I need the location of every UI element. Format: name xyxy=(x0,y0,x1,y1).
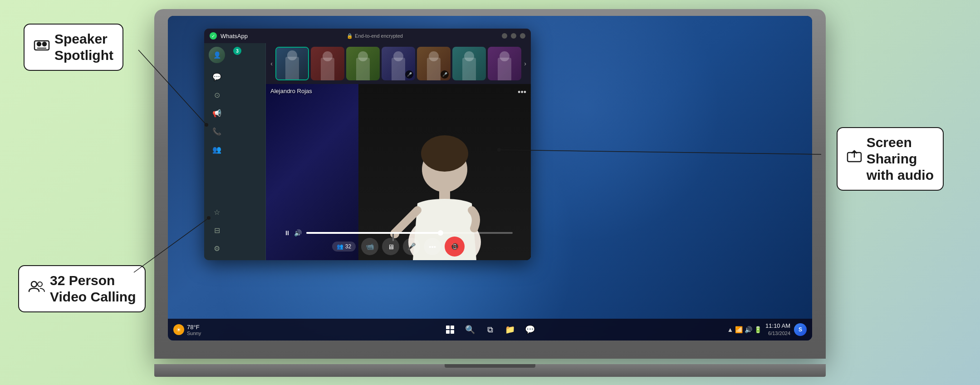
participant-count-badge[interactable]: 👥 32 xyxy=(332,242,356,252)
participant-thumb-7[interactable] xyxy=(488,47,521,80)
video-options-button[interactable]: ••• xyxy=(518,88,526,97)
svg-point-3 xyxy=(421,135,468,172)
laptop-device: ✓ WhatsApp 🔒 End-to-end encrypted — □ × xyxy=(154,9,826,377)
screen-sharing-icon xyxy=(847,149,862,168)
task-view-button[interactable]: ⧉ xyxy=(482,321,498,338)
main-video-view: Alejandro Rojas ••• ⏸ 🔊 xyxy=(266,84,531,260)
participant-thumb-1[interactable] xyxy=(275,47,309,80)
svg-rect-7 xyxy=(451,326,454,329)
lock-icon: 🔒 xyxy=(347,33,353,39)
screen-sharing-label: ScreenSharingwith audio xyxy=(867,134,934,183)
clock-date: 6/13/2024 xyxy=(765,330,790,336)
screen-sharing-annotation: ScreenSharingwith audio xyxy=(837,127,944,191)
svg-point-17 xyxy=(38,282,42,286)
video-call-area: ‹ xyxy=(266,43,531,260)
participant-video-3 xyxy=(346,47,380,80)
strip-prev-button[interactable]: ‹ xyxy=(270,58,274,69)
whatsapp-sidebar: 👤 💬 ⊙ 📢 📞 👥 ☆ ⊟ ⚙ xyxy=(204,43,230,260)
participant-video-7 xyxy=(488,47,521,80)
svg-point-11 xyxy=(37,42,41,46)
sidebar-item-calls[interactable]: 📞 xyxy=(209,123,225,139)
screen-bezel: ✓ WhatsApp 🔒 End-to-end encrypted — □ × xyxy=(168,16,812,341)
people-icon: 👥 xyxy=(337,243,343,250)
call-controls-bar: 👥 32 📹 🖥 🎤 ••• 📵 xyxy=(266,237,531,257)
sidebar-item-community[interactable]: 👥 xyxy=(209,141,225,158)
sidebar-item-archived[interactable]: ⊟ xyxy=(209,222,225,238)
taskbar-left: ☀ 78°F Sunny xyxy=(173,324,206,336)
minimize-button[interactable]: — xyxy=(502,33,507,39)
taskbar-center: 🔍 ⧉ 📁 💬 xyxy=(442,321,538,338)
whatsapp-taskbar-button[interactable]: 💬 xyxy=(522,321,538,338)
speaker-spotlight-icon xyxy=(34,38,50,57)
file-explorer-button[interactable]: 📁 xyxy=(502,321,518,338)
svg-rect-6 xyxy=(446,326,450,329)
maximize-button[interactable]: □ xyxy=(511,33,516,39)
mute-indicator-4: 🎤 xyxy=(405,70,413,79)
system-clock: 11:10 AM 6/13/2024 xyxy=(765,322,790,336)
progress-fill xyxy=(306,232,441,234)
strip-next-button[interactable]: › xyxy=(523,58,527,69)
participants-strip: ‹ xyxy=(266,43,531,84)
avatar-icon: 👤 xyxy=(213,51,221,59)
speaker-spotlight-annotation: SpeakerSpotlight xyxy=(24,24,123,71)
video-calling-annotation: 32 PersonVideo Calling xyxy=(18,265,146,312)
notification-badge: 3 xyxy=(233,47,241,55)
taskbar-right: ▲ 📶 🔊 🔋 11:10 AM 6/13/2024 S xyxy=(727,322,807,336)
progress-bar-area: ⏸ 🔊 xyxy=(284,229,513,237)
playback-controls[interactable]: ⏸ 🔊 xyxy=(284,229,302,237)
user-avatar[interactable]: 👤 xyxy=(209,47,225,63)
sidebar-item-settings[interactable]: ⚙ xyxy=(209,240,225,257)
weather-info: 78°F Sunny xyxy=(187,324,201,336)
speaker-spotlight-label: SpeakerSpotlight xyxy=(54,31,113,64)
chat-list: 3 xyxy=(230,43,266,260)
video-calling-icon xyxy=(28,279,45,298)
sidebar-item-status[interactable]: ⊙ xyxy=(209,87,225,103)
more-options-button[interactable]: ••• xyxy=(424,238,441,255)
laptop-body: ✓ WhatsApp 🔒 End-to-end encrypted — □ × xyxy=(154,9,826,359)
participant-thumb-3[interactable] xyxy=(346,47,380,80)
clock-time: 11:10 AM xyxy=(765,322,790,330)
progress-handle[interactable] xyxy=(438,230,443,236)
window-app-name: WhatsApp xyxy=(220,33,248,39)
sidebar-item-channels[interactable]: 📢 xyxy=(209,105,225,121)
microphone-button[interactable]: 🎤 xyxy=(403,238,420,255)
svg-rect-8 xyxy=(446,330,450,334)
window-controls[interactable]: — □ × xyxy=(502,33,525,39)
end-call-button[interactable]: 📵 xyxy=(445,237,465,257)
weather-condition: Sunny xyxy=(187,331,201,336)
encryption-label: 🔒 End-to-end encrypted xyxy=(347,33,403,39)
sidebar-item-chats[interactable]: 💬 xyxy=(209,69,225,85)
participant-video-1 xyxy=(276,48,308,79)
window-titlebar: ✓ WhatsApp 🔒 End-to-end encrypted — □ × xyxy=(204,29,531,43)
sidebar-item-starred[interactable]: ☆ xyxy=(209,204,225,220)
video-toggle-button[interactable]: 📹 xyxy=(361,238,378,255)
screen-share-button[interactable]: 🖥 xyxy=(382,238,399,255)
user-account-button[interactable]: S xyxy=(794,323,807,336)
participant-thumb-2[interactable] xyxy=(311,47,344,80)
svg-point-16 xyxy=(31,281,37,287)
window-title-area: ✓ WhatsApp xyxy=(210,32,248,39)
participant-thumb-6[interactable] xyxy=(452,47,486,80)
laptop-base xyxy=(154,364,826,377)
desktop-background: ✓ WhatsApp 🔒 End-to-end encrypted — □ × xyxy=(168,16,812,341)
mute-indicator-5: 🎤 xyxy=(441,70,449,79)
participant-video-6 xyxy=(452,47,486,80)
windows-taskbar: ☀ 78°F Sunny xyxy=(168,319,812,341)
weather-icon: ☀ xyxy=(173,324,184,335)
whatsapp-logo: ✓ xyxy=(210,32,217,39)
participant-video-2 xyxy=(311,47,344,80)
weather-widget[interactable]: ☀ 78°F Sunny xyxy=(173,324,201,336)
laptop-hinge xyxy=(445,364,535,368)
participant-thumb-4[interactable]: 🎤 xyxy=(382,47,415,80)
svg-rect-9 xyxy=(451,330,454,334)
participant-thumb-5[interactable]: 🎤 xyxy=(417,47,451,80)
search-button[interactable]: 🔍 xyxy=(462,321,478,338)
progress-track[interactable] xyxy=(306,232,513,234)
close-button[interactable]: × xyxy=(520,33,525,39)
windows-start-button[interactable] xyxy=(442,321,458,338)
video-calling-label: 32 PersonVideo Calling xyxy=(50,272,136,305)
volume-button[interactable]: 🔊 xyxy=(294,229,302,237)
pause-button[interactable]: ⏸ xyxy=(284,229,290,237)
chat-list-header: 3 xyxy=(230,43,265,59)
window-body: 👤 💬 ⊙ 📢 📞 👥 ☆ ⊟ ⚙ xyxy=(204,43,531,260)
